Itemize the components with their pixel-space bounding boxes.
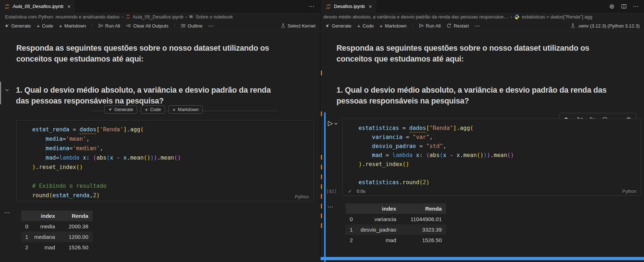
code-line: media='mean', — [32, 134, 181, 144]
kernel-picker-button[interactable]: .venv (3.12.3) (Python 3.12.3) — [571, 23, 640, 29]
table-row: 0variancia11044906.01 — [346, 214, 446, 224]
modified-marker — [321, 155, 322, 160]
toolbar-more-icon[interactable]: ··· — [208, 23, 214, 29]
modified-marker — [321, 71, 322, 75]
breadcrumb: Estatística com Python: resumindo e anal… — [0, 13, 320, 21]
toolbar-more-icon[interactable]: ··· — [475, 23, 480, 29]
code-line: ).reset_index() — [359, 160, 514, 169]
flask-icon — [571, 23, 575, 28]
sparkle-icon — [108, 107, 112, 111]
select-kernel-button[interactable]: Select Kernel — [281, 23, 315, 29]
generate-label: Generate — [11, 23, 31, 29]
table-header-row: indexRenda — [346, 203, 446, 214]
breadcrumb-separator-icon: › — [186, 14, 187, 20]
outline-button[interactable]: Outline — [181, 23, 203, 29]
breadcrumb-file[interactable]: Aula_05_Desafios.ipynb — [133, 14, 183, 20]
code-cell[interactable]: estat_renda = dados['Renda'].agg( media=… — [16, 120, 314, 201]
generate-cell-button[interactable]: Generate — [104, 105, 137, 114]
jupyter-icon — [326, 4, 331, 9]
table-row: 0media2000.38 — [21, 221, 93, 232]
sparkle-icon — [325, 24, 330, 28]
add-code-label: Code — [363, 23, 374, 29]
output-table: indexRenda0variancia11044906.011desvio_p… — [346, 203, 446, 245]
run-all-label: Run All — [426, 23, 441, 29]
markdown-icon: M↓ — [189, 15, 193, 19]
modified-marker — [321, 204, 322, 208]
run-all-button[interactable]: Run All — [98, 23, 120, 29]
generate-button[interactable]: Generate — [325, 23, 351, 29]
outline-label: Outline — [188, 23, 203, 29]
cell-focus-bar — [0, 82, 1, 104]
breadcrumb-code[interactable]: estatisticas = dados["Renda"].agg — [522, 14, 592, 20]
add-code-button[interactable]: + Code — [357, 23, 374, 29]
tab-bar-right: Desafios.ipynb × ··· — [321, 0, 644, 13]
close-icon[interactable]: × — [67, 4, 71, 9]
sparkle-icon — [4, 24, 9, 28]
restart-button[interactable]: Restart — [446, 23, 469, 29]
insert-markdown-cell-button[interactable]: + Markdown — [169, 105, 203, 114]
code-line: estatisticas = dados["Renda"].agg( — [359, 124, 514, 133]
add-markdown-label: Markdown — [385, 23, 407, 29]
code-line: variancia = "var", — [359, 133, 514, 142]
plus-icon: + — [380, 23, 383, 29]
split-editor-icon[interactable] — [621, 4, 627, 9]
editor-actions-more-icon[interactable]: ··· — [309, 4, 315, 9]
plus-icon: + — [145, 107, 148, 112]
notebook-toolbar-right: Generate + Code + Markdown Run All Resta… — [321, 21, 644, 31]
jupyter-icon — [4, 4, 10, 9]
breadcrumb-separator-icon: › — [122, 14, 123, 20]
breadcrumb: desvio médio absoluto, a variância e des… — [321, 13, 644, 21]
editor-actions-more-icon[interactable]: ··· — [633, 4, 639, 9]
toolbar-divider — [412, 23, 413, 29]
add-code-button[interactable]: + Code — [37, 23, 53, 29]
kernel-label: .venv (3.12.3) (Python 3.12.3) — [577, 23, 640, 29]
plus-icon: + — [59, 23, 62, 29]
tab-bar-left: Aula_05_Desafios.ipynb × ··· — [0, 0, 320, 13]
run-cell-button[interactable] — [326, 120, 339, 127]
focused-cell-bottom-indicator — [321, 257, 644, 260]
code-line: desvio_padrao = "std", — [359, 142, 514, 151]
add-markdown-label: Markdown — [64, 23, 86, 29]
breadcrumb-section[interactable]: desvio médio absoluto, a variância e des… — [323, 14, 508, 20]
markdown-question-heading: 1. Qual o desvio médio absoluto, a variâ… — [16, 85, 285, 106]
close-icon[interactable]: × — [369, 4, 372, 9]
add-markdown-button[interactable]: + Markdown — [59, 23, 86, 29]
code-line: # Exibindo o resultado — [32, 181, 181, 191]
outline-icon — [181, 23, 186, 28]
run-all-button[interactable]: Run All — [419, 23, 441, 29]
generate-button[interactable]: Generate — [4, 23, 31, 29]
notebook-toolbar-left: Generate + Code + Markdown Run All Clear… — [0, 21, 320, 31]
toolbar-divider — [174, 23, 175, 29]
code-cell[interactable]: estatisticas = dados["Renda"].agg( varia… — [342, 119, 641, 196]
table-row: 2mad1526.50 — [21, 242, 93, 253]
output-options-icon[interactable]: ··· — [4, 210, 10, 215]
breadcrumb-section[interactable]: Sobre o notebook — [196, 14, 233, 20]
markdown-heading: Responda as seguintes questões sobre o n… — [336, 43, 626, 64]
breadcrumb-folder[interactable]: Estatística com Python: resumindo e anal… — [5, 14, 120, 20]
tab-aula-05-desafios[interactable]: Aula_05_Desafios.ipynb × — [0, 0, 75, 13]
restart-icon — [446, 23, 452, 28]
cell-language-label[interactable]: Python — [622, 189, 636, 194]
code-line: estat_renda = dados['Renda'].agg( — [32, 125, 181, 134]
clear-all-outputs-button[interactable]: Clear All Outputs — [126, 23, 169, 29]
gear-icon[interactable] — [609, 4, 615, 9]
code-editor[interactable]: estat_renda = dados['Renda'].agg( media=… — [32, 125, 181, 200]
generate-label: Generate — [332, 23, 351, 29]
add-markdown-button[interactable]: + Markdown — [380, 23, 407, 29]
focused-cell-bar — [324, 112, 326, 262]
execution-time: 0.0s — [357, 189, 365, 194]
tab-desafios[interactable]: Desafios.ipynb × — [321, 0, 376, 13]
editor-group-right: Desafios.ipynb × ··· desvio médio absolu… — [321, 0, 644, 262]
jupyter-icon — [126, 14, 131, 19]
restart-label: Restart — [454, 23, 469, 29]
modified-marker — [321, 111, 322, 116]
notebook-body-left: Responda as seguintes questões sobre o n… — [0, 31, 320, 262]
tab-title: Aula_05_Desafios.ipynb — [13, 4, 63, 9]
output-options-icon[interactable]: ··· — [328, 204, 334, 210]
code-editor[interactable]: estatisticas = dados["Renda"].agg( varia… — [359, 124, 514, 187]
table-row: 1desvio_padrao3323.39 — [346, 224, 446, 235]
modified-marker — [321, 223, 322, 228]
chevron-down-icon[interactable] — [5, 88, 9, 92]
cell-language-label[interactable]: Python — [295, 194, 309, 199]
insert-code-cell-button[interactable]: + Code — [141, 105, 165, 114]
